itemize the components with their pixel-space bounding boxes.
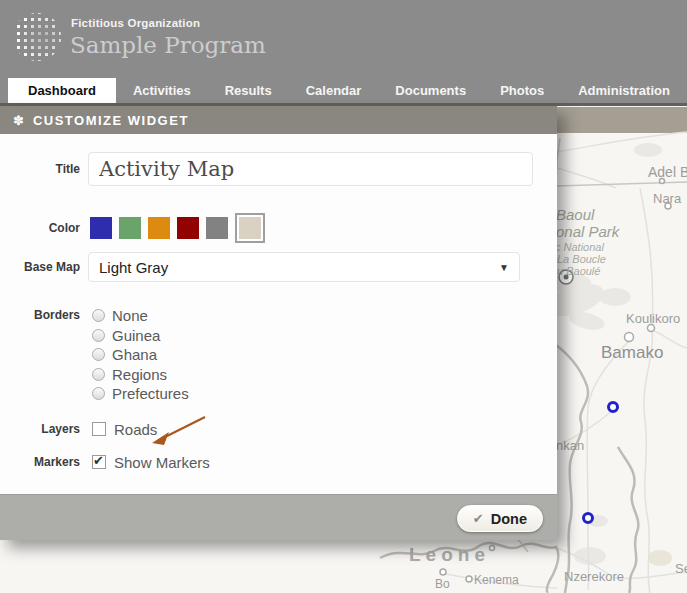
map-label-sierra-leone: Leone xyxy=(409,544,490,566)
borders-label: Borders xyxy=(0,306,80,322)
color-swatch[interactable] xyxy=(239,217,261,239)
map-label-baoul: Baoul xyxy=(556,206,594,223)
borders-radio-group: None Guinea Ghana Regions Prefectures xyxy=(92,306,189,404)
title-input[interactable] xyxy=(88,152,533,186)
screen: Adel Ba Nara Baoul onal Park c National … xyxy=(0,0,687,593)
map-label-nzerekore: Nzerekore xyxy=(564,569,624,584)
radio-icon[interactable] xyxy=(92,368,105,381)
color-swatch[interactable] xyxy=(177,217,199,239)
base-map-value: Light Gray xyxy=(99,259,168,276)
map-label-koulikoro: Koulikoro xyxy=(626,311,680,326)
color-swatch-selected[interactable] xyxy=(235,213,265,243)
borders-option-guinea[interactable]: Guinea xyxy=(92,326,189,346)
color-swatch[interactable] xyxy=(90,217,112,239)
radio-icon[interactable] xyxy=(92,309,105,322)
roads-label: Roads xyxy=(114,421,157,438)
nav-tab-results[interactable]: Results xyxy=(208,78,289,103)
nav-tab-documents[interactable]: Documents xyxy=(378,78,483,103)
borders-option-ghana[interactable]: Ghana xyxy=(92,345,189,365)
borders-option-none[interactable]: None xyxy=(92,306,189,326)
org-logo xyxy=(13,13,61,61)
base-map-select[interactable]: Light Gray ▼ xyxy=(88,252,520,282)
map-label-onal-park: onal Park xyxy=(556,223,619,240)
main-nav: Dashboard Activities Results Calendar Do… xyxy=(0,78,687,103)
borders-option-label: None xyxy=(112,307,148,324)
color-swatch[interactable] xyxy=(148,217,170,239)
activity-marker xyxy=(609,403,618,412)
markers-label: Markers xyxy=(0,455,80,469)
map-label-u-baoule: u Baoulé xyxy=(557,265,600,277)
radio-icon[interactable] xyxy=(92,348,105,361)
color-label: Color xyxy=(0,221,80,235)
borders-option-label: Regions xyxy=(112,366,167,383)
nav-tab-administration[interactable]: Administration xyxy=(561,78,687,103)
app-header: Fictitious Organization Sample Program xyxy=(0,0,687,78)
nav-tab-calendar[interactable]: Calendar xyxy=(289,78,379,103)
show-markers-checkbox[interactable]: ✔ xyxy=(92,455,106,469)
borders-option-regions[interactable]: Regions xyxy=(92,365,189,385)
map-label-c-national: c National xyxy=(555,241,604,253)
borders-option-label: Ghana xyxy=(112,346,157,363)
color-swatch[interactable] xyxy=(206,217,228,239)
layers-label: Layers xyxy=(0,422,80,436)
map-label-la-boucle: La Boucle xyxy=(557,253,606,265)
map-label-se: Se xyxy=(675,561,687,576)
nav-tab-photos[interactable]: Photos xyxy=(483,78,561,103)
radio-icon[interactable] xyxy=(92,387,105,400)
dialog-footer: ✔ Done xyxy=(0,494,557,540)
done-button[interactable]: ✔ Done xyxy=(457,505,543,532)
color-swatch[interactable] xyxy=(119,217,141,239)
map-label-nara: Nara xyxy=(653,191,681,206)
gear-icon: ✽ xyxy=(13,113,24,128)
done-button-label: Done xyxy=(491,511,527,527)
activity-marker xyxy=(584,514,593,523)
color-swatches xyxy=(90,213,265,243)
org-name: Fictitious Organization xyxy=(71,17,200,29)
chevron-down-icon: ▼ xyxy=(499,262,509,273)
map-label-kenema: Kenema xyxy=(474,573,519,587)
dialog-header: ✽ CUSTOMIZE WIDGET xyxy=(0,106,557,134)
nav-tab-dashboard[interactable]: Dashboard xyxy=(8,78,116,103)
nav-tab-activities[interactable]: Activities xyxy=(116,78,208,103)
basemap-label: Base Map xyxy=(0,260,80,274)
borders-option-label: Guinea xyxy=(112,327,160,344)
borders-option-label: Prefectures xyxy=(112,385,189,402)
roads-checkbox[interactable]: ✔ xyxy=(92,422,106,436)
program-name: Sample Program xyxy=(70,32,266,58)
borders-option-prefectures[interactable]: Prefectures xyxy=(92,384,189,404)
customize-widget-dialog: ✽ CUSTOMIZE WIDGET Title Color Base Map … xyxy=(0,106,557,540)
map-label-kankan: nkan xyxy=(556,438,584,453)
show-markers-label: Show Markers xyxy=(114,454,210,471)
radio-icon[interactable] xyxy=(92,329,105,342)
map-label-bamako: Bamako xyxy=(601,343,663,363)
check-icon: ✔ xyxy=(473,511,484,526)
dialog-title: CUSTOMIZE WIDGET xyxy=(33,113,189,128)
map-label-bo: Bo xyxy=(435,577,450,591)
title-label: Title xyxy=(0,162,80,176)
map-label-adel-ba: Adel Ba xyxy=(648,164,687,180)
check-icon: ✔ xyxy=(93,453,104,468)
